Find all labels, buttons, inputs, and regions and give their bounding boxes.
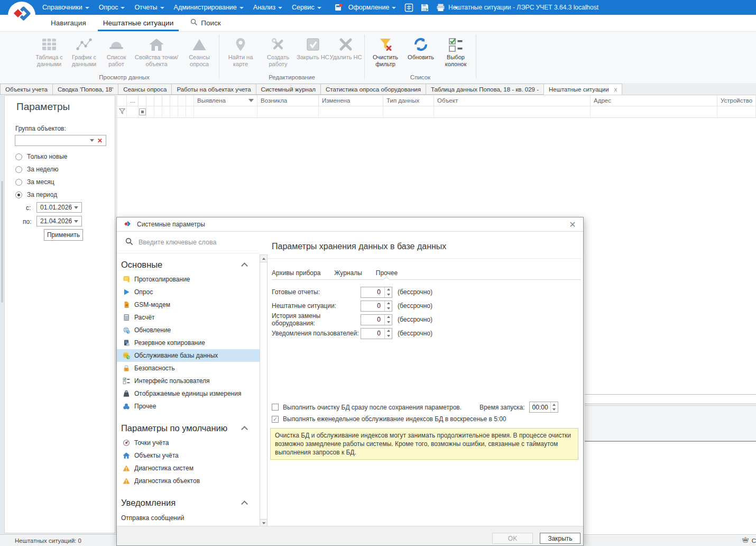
doc-tab-journal[interactable]: Системный журнал (256, 84, 321, 95)
doc-tab-incidents[interactable]: Нештатные ситуацииx (544, 84, 622, 95)
doc-tab-objects[interactable]: Объекты учета (0, 84, 53, 95)
date-from-field[interactable]: 01.01.2026 (36, 202, 82, 213)
menu-oformlenie[interactable]: Оформление (327, 0, 401, 15)
clear-filter-button[interactable]: Очистить фильтр (367, 34, 404, 74)
doc-tab-summary[interactable]: Сводка 'Попова, 18' (53, 84, 118, 95)
spin-buttons[interactable] (384, 287, 392, 297)
filter-cell[interactable] (383, 106, 434, 118)
nav-item-object-diagnostics[interactable]: Диагностика объектов (117, 475, 260, 487)
filter-cell[interactable] (186, 106, 194, 118)
filter-cell[interactable] (257, 106, 319, 118)
filter-cell[interactable] (146, 106, 154, 118)
table-with-data-button[interactable]: Таблица с данными (32, 34, 67, 74)
close-tab-icon[interactable]: x (614, 86, 617, 93)
menu-analiz[interactable]: Анализ (249, 0, 287, 15)
spin-buttons[interactable] (550, 402, 558, 412)
date-to-field[interactable]: 21.04.2026 (36, 216, 82, 226)
scroll-down-icon[interactable] (260, 519, 267, 526)
filter-cell[interactable] (194, 106, 257, 118)
nav-item-update[interactable]: Обновление (117, 324, 260, 336)
tab-device-archives[interactable]: Архивы прибора (272, 268, 320, 279)
radio-period[interactable]: За период (15, 191, 57, 198)
create-work-button[interactable]: Создать работу (260, 34, 297, 74)
nav-item-send-messages[interactable]: Отправка сообщений (117, 511, 260, 524)
checkbox-unchecked-icon[interactable] (272, 404, 279, 411)
close-incident-button[interactable]: Закрыть НС (297, 34, 329, 74)
tab-other[interactable]: Прочее (376, 268, 398, 279)
filter-cell[interactable] (162, 106, 170, 118)
column-header-address[interactable]: Адрес (591, 95, 717, 106)
nav-item-polling[interactable]: Опрос (117, 286, 260, 298)
nav-item-system-diagnostics[interactable]: Диагностика систем (117, 462, 260, 475)
filter-cell[interactable] (319, 106, 383, 118)
column-header[interactable] (146, 95, 154, 106)
nav-section-main[interactable]: Основные (117, 254, 260, 273)
menu-servis[interactable]: Сервис (288, 0, 326, 15)
nav-section-notifications[interactable]: Уведомления (117, 493, 260, 511)
menu-spravochniki[interactable]: Справочники (38, 0, 94, 15)
radio-only-new[interactable]: Только новые (15, 153, 67, 160)
poll-sessions-button[interactable]: Сеансы опроса (182, 34, 217, 74)
nav-item-backup[interactable]: Резервное копирование (117, 336, 260, 349)
radio-month[interactable]: За месяц (15, 178, 54, 186)
column-header[interactable] (162, 95, 170, 106)
filter-cell[interactable] (717, 106, 756, 118)
column-header[interactable] (117, 95, 127, 106)
spin-buttons[interactable] (384, 329, 392, 339)
save-icon[interactable] (418, 1, 431, 14)
keywords-search-input[interactable] (139, 239, 239, 246)
ready-reports-spinner[interactable]: 0 (361, 287, 392, 298)
export-icon[interactable] (402, 1, 415, 14)
nav-item-calculation[interactable]: Расчёт (117, 311, 260, 324)
menu-otchety[interactable]: Отчеты (130, 0, 168, 15)
nav-scrollbar[interactable] (260, 254, 268, 527)
menu-opros[interactable]: Опрос (95, 0, 130, 15)
doc-tab-works[interactable]: Работы на объектах учета (172, 84, 256, 95)
checkbox-checked-icon[interactable]: ✓ (272, 416, 279, 423)
clear-combo-icon[interactable]: ✕ (97, 137, 103, 144)
nav-section-defaults[interactable]: Параметры по умолчанию (117, 418, 260, 436)
object-group-combo[interactable]: ✕ (15, 135, 106, 146)
choose-columns-button[interactable]: Выбор колонок (438, 34, 474, 74)
incidents-spinner[interactable]: 0 (361, 301, 392, 312)
column-header-device[interactable]: Устройство (717, 95, 756, 106)
splitter-handle[interactable] (1, 181, 3, 303)
filter-cell[interactable] (170, 106, 178, 118)
nav-item-database-maintenance[interactable]: Обслуживание базы данных (117, 349, 260, 362)
refresh-button[interactable]: Обновить (404, 34, 438, 74)
launch-time-spinner[interactable]: 00:00 (529, 402, 558, 413)
filter-cell[interactable] (117, 106, 127, 118)
column-header-detected[interactable]: Выявлена (194, 95, 257, 106)
delete-incident-button[interactable]: Удалить НС (329, 34, 362, 74)
nav-item-gsm-modem[interactable]: GSM-модем (117, 298, 260, 311)
spin-buttons[interactable] (384, 315, 392, 325)
filter-cell[interactable] (127, 106, 139, 118)
filter-cell[interactable] (591, 106, 717, 118)
close-button[interactable]: Закрыть (540, 533, 580, 544)
column-header[interactable] (154, 95, 162, 106)
doc-tab-poll-stats[interactable]: Статистика опроса оборудования (321, 84, 426, 95)
column-header[interactable] (186, 95, 194, 106)
column-header[interactable] (178, 95, 186, 106)
column-header-changed[interactable]: Изменена (319, 95, 383, 106)
column-header-object[interactable]: Объект (434, 95, 591, 106)
spin-buttons[interactable] (384, 301, 392, 311)
work-list-button[interactable]: Список работ (102, 34, 131, 74)
print-icon[interactable] (434, 1, 447, 14)
column-header-occurred[interactable]: Возникла (257, 95, 319, 106)
nav-item-user-interface[interactable]: Интерфейс пользователя (117, 375, 260, 387)
doc-tab-sessions[interactable]: Сеансы опроса (118, 84, 172, 95)
menu-administrirovanie[interactable]: Администрирование (170, 0, 248, 15)
doc-tab-data-table[interactable]: Таблица данных Попова, 18 - кв. 029 - (426, 84, 544, 95)
point-properties-button[interactable]: Свойства точки/объекта (131, 34, 182, 74)
ok-button[interactable]: OK (492, 533, 533, 544)
find-on-map-button[interactable]: Найти на карте (222, 34, 260, 74)
nav-item-metering-points[interactable]: Точки учёта (117, 436, 260, 449)
column-header-datatype[interactable]: Тип данных (383, 95, 434, 106)
nav-item-other[interactable]: Прочее (117, 400, 260, 413)
filter-cell[interactable] (139, 106, 146, 118)
nav-item-metering-objects[interactable]: Объекты учёта (117, 449, 260, 462)
column-header[interactable] (139, 95, 146, 106)
user-notifications-spinner[interactable]: 0 (361, 328, 392, 339)
column-header[interactable] (170, 95, 178, 106)
